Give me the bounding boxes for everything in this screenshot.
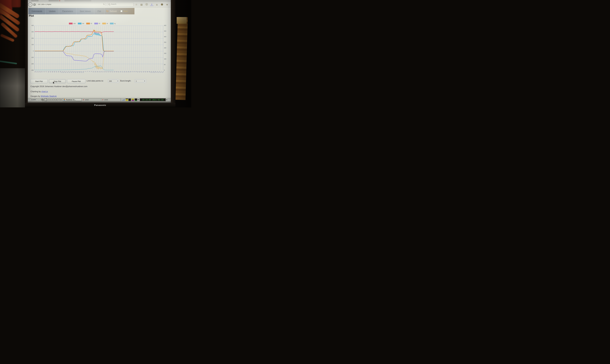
task-button-urxvt[interactable]: ✗urxvt	[101, 98, 121, 101]
url-bar[interactable]: 192.168.4.1/#plot	[36, 3, 105, 6]
y-right-tick: 250	[164, 41, 169, 43]
screenshots-icon[interactable]: ☻	[160, 3, 164, 6]
menu-icon[interactable]: ≡	[166, 3, 169, 6]
home-icon[interactable]: ⌂	[155, 3, 159, 6]
refresh-link[interactable]: Refresh	[110, 10, 117, 13]
legend-label: id	[107, 23, 108, 24]
search-box[interactable]	[107, 3, 133, 6]
pocket-icon[interactable]: ⓥ	[145, 3, 148, 6]
start-plot-button[interactable]: Start Plot	[30, 79, 48, 83]
chartjs-link[interactable]: chart.js	[41, 91, 48, 92]
nav-item-update[interactable]: Update	[46, 8, 59, 14]
y-right-tick: 100	[164, 58, 169, 60]
gauges-credit-text: Gauges by	[30, 95, 41, 97]
legend-item-id[interactable]: id	[102, 23, 108, 24]
task-label: urxvt	[104, 99, 108, 101]
downloads-icon[interactable]: ↓	[150, 3, 153, 6]
limit-input[interactable]	[108, 79, 118, 83]
workspace-button-7[interactable]: 7	[58, 98, 60, 101]
burst-input-wrap	[135, 79, 146, 83]
legend-item-idc[interactable]: idc	[78, 23, 84, 24]
workspace-button-2[interactable]: 2	[47, 98, 49, 101]
nav-item-commands[interactable]: Commands	[28, 8, 46, 14]
legend-item-il2[interactable]: il2	[94, 23, 100, 24]
legend-label: udc	[73, 23, 76, 24]
browser-tab[interactable]	[31, 0, 39, 1]
x-tick: 27	[102, 71, 104, 73]
x-tick: 113	[69, 71, 71, 73]
reload-icon[interactable]: ↻	[102, 3, 105, 6]
task-button-urxvt[interactable]: ✗urxvt	[82, 98, 101, 101]
taskbar: IceWM _ 12345678 Huebner In...✗urxvt✗urx…	[28, 98, 171, 101]
spinner-icon[interactable]	[144, 79, 146, 82]
workspace-button-3[interactable]: 3	[49, 98, 51, 101]
show-desktop-button[interactable]: _	[37, 98, 41, 101]
browser-tab[interactable]	[64, 0, 91, 1]
x-tick: 101	[61, 71, 63, 73]
y-left-tick: -300	[28, 69, 34, 71]
page-title: Plot	[29, 14, 34, 17]
charting-credit: Charting by chart.js	[30, 91, 48, 93]
back-button[interactable]: ←	[28, 2, 32, 7]
site-identity-globe-icon[interactable]	[33, 3, 36, 6]
spinner-icon[interactable]	[117, 79, 119, 82]
x-tick: 119	[73, 71, 75, 73]
legend-item-il1[interactable]: il1	[86, 23, 92, 24]
legend-label: idc	[82, 23, 84, 24]
icewm-start-button[interactable]: IceWM	[30, 98, 37, 101]
nav-item-spot-values[interactable]: Spot Values	[76, 8, 94, 14]
workshop-floor	[0, 68, 25, 107]
orange-cable	[0, 22, 18, 38]
burst-label: Burst length:	[120, 80, 131, 82]
x-tick: 134	[82, 71, 84, 73]
x-tick: 66	[127, 71, 129, 73]
line-chart	[35, 26, 164, 70]
x-tick: 33	[106, 71, 108, 73]
auto-checkbox[interactable]	[121, 10, 122, 12]
firefox-icon	[63, 99, 65, 101]
x-tick: 15	[94, 71, 96, 73]
nav-item-plot[interactable]: Plot	[94, 8, 104, 14]
machine-part	[0, 0, 12, 15]
orange-cable	[0, 14, 20, 32]
workspace-button-5[interactable]: 5	[53, 98, 55, 101]
workspace-button-4[interactable]: 4	[51, 98, 53, 101]
workspace-button-6[interactable]: 6	[55, 98, 58, 101]
browser-tab[interactable]	[49, 0, 59, 1]
x-icon: ✗	[102, 99, 104, 101]
search-input[interactable]	[111, 3, 132, 5]
nav-item-parameters[interactable]: Parameters	[59, 8, 76, 14]
cascade-windows-icon	[42, 99, 44, 101]
x-tick: 0	[85, 71, 86, 72]
stadnyk-link[interactable]: Mykhailo Stadnyk	[41, 95, 56, 97]
x-tick: 54	[120, 71, 122, 73]
refresh-icon[interactable]: ↻	[106, 10, 109, 13]
workspace-button-1[interactable]: 1	[44, 98, 47, 101]
bookmark-star-icon[interactable]: ☆	[135, 3, 138, 6]
series-iq	[35, 66, 114, 70]
x-tick: 12	[92, 71, 94, 73]
orange-cable	[0, 7, 21, 26]
monitor-brand-logo: Panasonic	[25, 104, 175, 106]
browser-tab-bar[interactable]	[28, 0, 171, 1]
x-tick: 6	[89, 71, 90, 72]
tab-favicon	[59, 0, 60, 1]
y-right-tick: 400	[164, 25, 169, 26]
wood-plank-top	[177, 17, 187, 24]
x-tick: 92	[55, 71, 57, 73]
monitor-bezel	[171, 0, 175, 103]
tray-expand-icon[interactable]: ▶	[166, 99, 167, 101]
legend-swatch	[110, 23, 114, 24]
burst-input[interactable]	[135, 79, 145, 83]
legend-item-udc[interactable]: udc	[69, 23, 76, 24]
pause-plot-button[interactable]: Pause Plot	[67, 79, 85, 83]
window-list-icon[interactable]	[41, 98, 44, 101]
workspace-button-8[interactable]: 8	[60, 98, 62, 101]
mail-icon[interactable]: ✉	[138, 99, 139, 101]
stop-plot-button[interactable]: Stop Plot	[49, 79, 66, 83]
legend-item-iq[interactable]: iq	[110, 23, 115, 24]
library-icon[interactable]: ▤	[140, 3, 143, 6]
monitor-bezel	[25, 0, 28, 103]
task-button-huebner-in-[interactable]: Huebner In...	[63, 98, 82, 101]
legend-swatch	[102, 23, 106, 24]
